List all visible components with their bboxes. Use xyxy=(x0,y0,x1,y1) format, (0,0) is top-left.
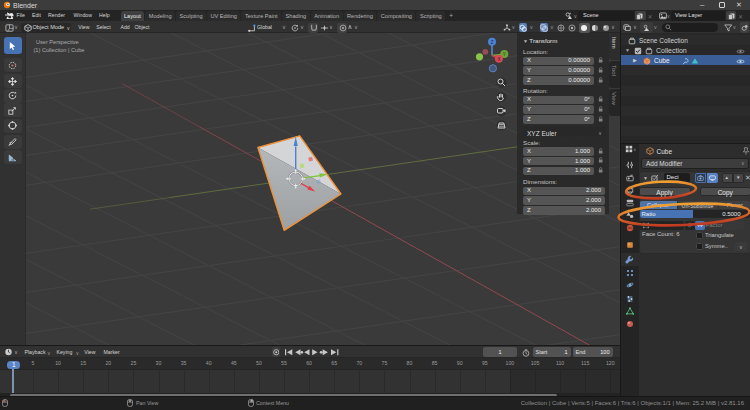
svg-text:Z: Z xyxy=(491,40,494,45)
svg-text:Y: Y xyxy=(503,52,506,57)
svg-text:X: X xyxy=(497,57,500,62)
